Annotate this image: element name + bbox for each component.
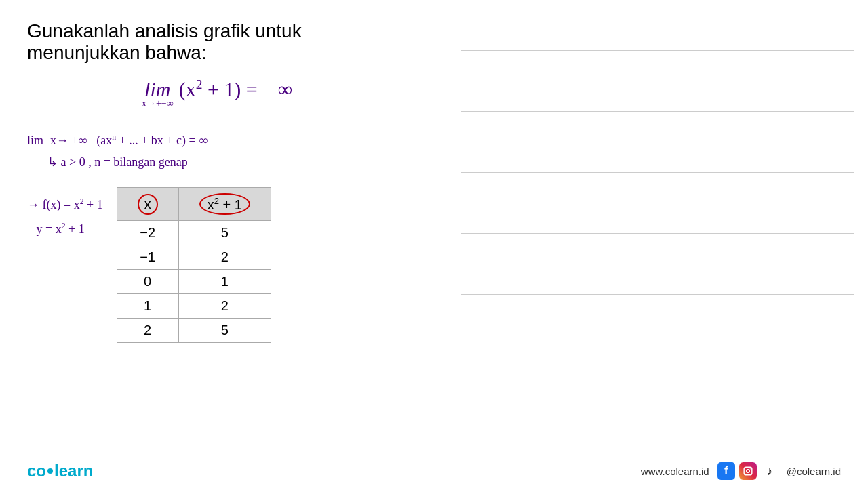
handwritten-rule: lim x→ ±∞ (axn + ... + bx + c) = ∞ ↳ a >… (27, 129, 407, 174)
svg-point-1 (746, 470, 749, 473)
formula-expression: (x2 + 1) = ∞ (179, 77, 292, 101)
lim-word: lim (144, 78, 170, 101)
ruled-line-1 (461, 20, 854, 51)
x-val-5: 2 (117, 319, 178, 343)
ruled-line-8 (461, 234, 854, 264)
function-def-line1: → f(x) = x2 + 1 (27, 192, 103, 217)
x-header-circled: x (138, 194, 158, 215)
lim-label: lim (27, 129, 43, 151)
x-val-2: −1 (117, 245, 178, 270)
social-icons: f ♪ (717, 462, 778, 480)
limit-range: x→ ±∞ (50, 129, 87, 151)
ruled-line-7 (461, 203, 854, 234)
x2-header-circled: x2 + 1 (199, 193, 250, 216)
table-row: −2 5 (117, 221, 271, 245)
ruled-line-6 (461, 173, 854, 203)
website-url: www.colearn.id (641, 466, 709, 477)
ruled-line-10 (461, 295, 854, 325)
table-row: 2 5 (117, 319, 271, 343)
svg-rect-0 (744, 467, 752, 475)
table-header-x: x (117, 187, 178, 221)
table-body: −2 5 −1 2 0 1 1 2 2 5 (117, 221, 271, 343)
social-handle: @colearn.id (787, 466, 841, 477)
value-table: x x2 + 1 −2 5 −1 2 0 1 (117, 187, 271, 344)
table-header-x2: x2 + 1 (178, 187, 271, 221)
x-val-1: −2 (117, 221, 178, 245)
y-val-4: 2 (178, 294, 271, 319)
lim-subscript: x→+−∞ (142, 98, 174, 109)
logo-learn-text: learn (54, 462, 93, 481)
facebook-icon: f (717, 462, 735, 480)
svg-point-2 (749, 468, 750, 469)
y-val-2: 2 (178, 245, 271, 270)
table-row: 1 2 (117, 294, 271, 319)
table-row: −1 2 (117, 245, 271, 270)
x-val-3: 0 (117, 270, 178, 294)
y-val-5: 5 (178, 319, 271, 343)
footer-right: www.colearn.id f ♪ @colearn.id (641, 462, 841, 480)
ruled-panel (448, 0, 868, 461)
colearn-logo: co learn (27, 462, 93, 481)
ruled-line-4 (461, 112, 854, 142)
tiktok-icon: ♪ (761, 462, 778, 480)
function-def-line2: y = x2 + 1 (27, 217, 103, 241)
rule-line2: ↳ a > 0 , n = bilangan genap (47, 151, 407, 173)
ruled-line-3 (461, 81, 854, 112)
footer: co learn www.colearn.id f ♪ @colearn.id (0, 454, 868, 488)
y-val-1: 5 (178, 221, 271, 245)
ruled-line-5 (461, 142, 854, 173)
ruled-line-2 (461, 51, 854, 81)
logo-co-text: co (27, 462, 46, 481)
polynomial-expr: (axn + ... + bx + c) = ∞ (96, 129, 208, 151)
instagram-icon (739, 462, 757, 480)
rule-line1: lim x→ ±∞ (axn + ... + bx + c) = ∞ (27, 129, 407, 151)
function-labels: → f(x) = x2 + 1 y = x2 + 1 (27, 187, 103, 241)
limit-notation: lim x→+−∞ (142, 78, 174, 109)
page-title: Gunakanlah analisis grafik untuk menunju… (27, 20, 407, 64)
function-section: → f(x) = x2 + 1 y = x2 + 1 x x2 + 1 −2 5 (27, 187, 407, 344)
table-row: 0 1 (117, 270, 271, 294)
arrow-indent: ↳ a > 0 , n = bilangan genap (47, 155, 188, 169)
limit-formula: lim x→+−∞ (x2 + 1) = ∞ (27, 77, 407, 109)
main-content: Gunakanlah analisis grafik untuk menunju… (0, 0, 434, 461)
x-val-4: 1 (117, 294, 178, 319)
ruled-line-9 (461, 264, 854, 295)
logo-dot-icon (47, 468, 53, 474)
y-val-3: 1 (178, 270, 271, 294)
